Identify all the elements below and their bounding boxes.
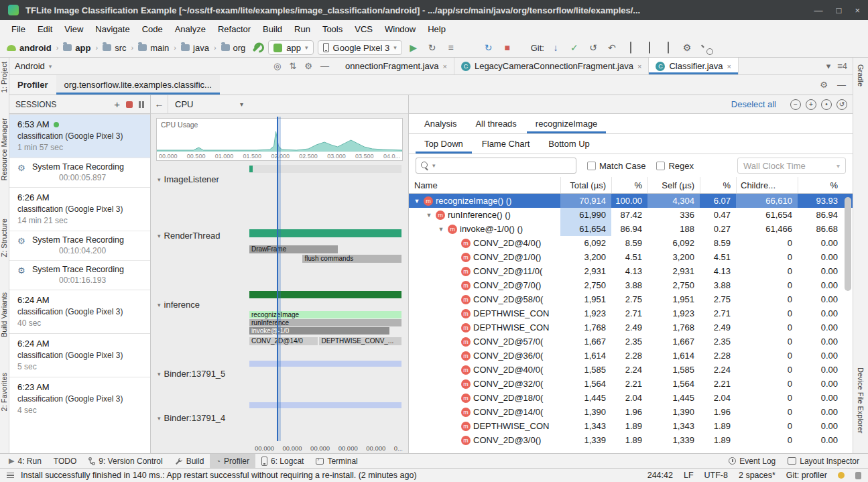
selection-range-indicator[interactable]	[277, 117, 281, 441]
tab-all-threads[interactable]: All threads	[467, 114, 525, 133]
trace-event-bar[interactable]: runInference	[249, 319, 401, 326]
zoom-to-selection-icon[interactable]: ↺	[836, 99, 847, 110]
zoom-in-icon[interactable]: +	[806, 99, 816, 110]
tab-recognize-image[interactable]: recognizeImage	[527, 114, 607, 133]
git-rollback-button[interactable]: ↶	[605, 42, 619, 53]
scrollbar-thumb[interactable]	[845, 197, 851, 291]
tab-bottom-up[interactable]: Bottom Up	[540, 134, 598, 154]
session-item[interactable]: 6:53 AM classification (Google Pixel 3) …	[9, 114, 150, 158]
notification-icon[interactable]	[838, 472, 845, 479]
toolbar-item-event-log[interactable]: Event Log	[723, 454, 782, 468]
table-row[interactable]: ▼mrunInference() () 61,990 87.42 336 0.4…	[409, 208, 853, 222]
breadcrumb-src[interactable]: src	[103, 43, 126, 53]
git-commit-button[interactable]: ✓	[567, 42, 582, 53]
menu-edit[interactable]: Edit	[32, 21, 58, 37]
hide-panel-icon[interactable]: —	[320, 61, 329, 71]
profiler-type-select[interactable]: CPU ▾	[168, 99, 250, 109]
search-input[interactable]	[438, 161, 572, 171]
toolbar-item-terminal[interactable]: Terminal	[310, 454, 363, 468]
git-branch-indicator[interactable]: Git: profiler	[786, 471, 827, 480]
trace-event-bar[interactable]: flush commands	[302, 255, 401, 263]
stop-button[interactable]: ■	[500, 42, 515, 53]
table-row[interactable]: mDEPTHWISE_CON 1,923 2.71 1,923 2.71 0 0…	[409, 306, 853, 320]
clock-type-select[interactable]: Wall Clock Time▾	[737, 158, 846, 174]
expand-arrow-icon[interactable]: ▼	[437, 226, 445, 233]
tool-windows-icon[interactable]	[7, 473, 14, 479]
sdk-manager-button[interactable]: ⚙	[680, 42, 694, 53]
zoom-out-icon[interactable]: −	[790, 99, 801, 110]
menu-code[interactable]: Code	[136, 21, 169, 37]
menu-tools[interactable]: Tools	[316, 21, 349, 37]
apply-changes-button[interactable]: ↻	[425, 42, 440, 53]
expand-arrow-icon[interactable]: ▼	[425, 212, 433, 219]
collapse-arrow-icon[interactable]: ▾	[158, 176, 161, 183]
run-configuration-select[interactable]: app▾	[268, 40, 313, 55]
menu-run[interactable]: Run	[288, 21, 316, 37]
toolbar-item-run[interactable]: ▶4: Run	[3, 454, 48, 468]
hidden-tabs-count[interactable]: ≡4	[837, 61, 847, 71]
git-update-button[interactable]: ↓	[548, 42, 563, 53]
table-row[interactable]: mDEPTHWISE_CON 1,768 2.49 1,768 2.49 0 0…	[409, 320, 853, 335]
trace-item[interactable]: ⚙ System Trace Recording 00:10:04.200	[9, 231, 150, 260]
match-case-checkbox[interactable]: Match Case	[587, 161, 645, 171]
trace-item[interactable]: ⚙ System Trace Recording 00:00:05.897	[9, 158, 150, 187]
trace-event-bar[interactable]: invoke@-1/0	[249, 327, 389, 335]
column-self[interactable]: Self (µs)	[647, 177, 700, 193]
sidebar-item-favorites[interactable]: 2: Favorites	[0, 373, 9, 411]
session-item[interactable]: 6:24 AM classification (Google Pixel 3) …	[9, 290, 150, 333]
expand-arrow-icon[interactable]: ▼	[413, 198, 421, 204]
trace-event-bar[interactable]: CONV_2D@14/0	[249, 337, 318, 345]
caret-position[interactable]: 244:42	[647, 471, 673, 480]
tab-legacy-camera-connection-fragment[interactable]: C LegacyCameraConnectionFragment.java ×	[454, 58, 649, 74]
menu-window[interactable]: Window	[379, 21, 422, 37]
table-row[interactable]: mCONV_2D@58/0( 1,951 2.75 1,951 2.75 0 0…	[409, 292, 853, 306]
close-icon[interactable]: ×	[442, 62, 446, 70]
column-children-pct[interactable]: %	[798, 177, 843, 193]
reset-zoom-icon[interactable]: •	[821, 99, 832, 110]
sidebar-item-device-file-explorer[interactable]: Device File Explorer	[857, 367, 865, 433]
maximize-button[interactable]: □	[836, 5, 842, 15]
tab-camera-connection-fragment[interactable]: onnectionFragment.java ×	[338, 58, 454, 74]
breadcrumb-main[interactable]: main	[138, 43, 169, 53]
search-box[interactable]: ▾	[416, 158, 576, 174]
sidebar-item-build-variants[interactable]: Build Variants	[0, 292, 9, 337]
close-button[interactable]: ×	[855, 5, 860, 15]
column-self-pct[interactable]: %	[700, 177, 736, 193]
tab-top-down[interactable]: Top Down	[416, 134, 472, 154]
table-row[interactable]: mCONV_2D@40/0( 1,585 2.24 1,585 2.24 0 0…	[409, 363, 853, 377]
sidebar-item-gradle[interactable]: Gradle	[857, 64, 865, 86]
table-row[interactable]: mDEPTHWISE_CON 1,343 1.89 1,343 1.89 0 0…	[409, 419, 853, 433]
menu-build[interactable]: Build	[257, 21, 288, 37]
menu-file[interactable]: File	[5, 21, 32, 37]
table-row[interactable]: mCONV_2D@14/0( 1,390 1.96 1,390 1.96 0 0…	[409, 405, 853, 419]
breadcrumb-org[interactable]: org	[221, 43, 246, 53]
breadcrumb-android[interactable]: android	[7, 43, 52, 53]
minimize-button[interactable]: —	[814, 5, 823, 15]
device-manager-button[interactable]	[642, 42, 657, 53]
settings-gear-icon[interactable]: ⚙	[304, 61, 312, 71]
column-children[interactable]: Childre...	[736, 177, 798, 193]
project-view-selector[interactable]: Android	[15, 61, 45, 71]
table-row[interactable]: ▼minvoke@-1/0() () 61,654 86.94 188 0.27…	[409, 222, 853, 236]
table-row[interactable]: mCONV_2D@36/0( 1,614 2.28 1,614 2.28 0 0…	[409, 349, 853, 363]
trace-item[interactable]: ⚙ System Trace Recording 00:01:16.193	[9, 260, 150, 290]
attach-debugger-button[interactable]: ≡	[444, 42, 458, 53]
locate-file-icon[interactable]: ◎	[273, 61, 281, 71]
stop-session-icon[interactable]	[126, 101, 133, 108]
line-ending-indicator[interactable]: LF	[684, 471, 694, 480]
breadcrumb-app[interactable]: app	[63, 43, 90, 53]
close-icon[interactable]: ×	[637, 62, 641, 70]
layout-inspector-button[interactable]	[623, 42, 638, 53]
collapse-arrow-icon[interactable]: ▾	[158, 415, 161, 422]
toolbar-item-todo[interactable]: TODO	[48, 454, 82, 468]
toolbar-item-layout-inspector[interactable]: Layout Inspector	[782, 454, 865, 468]
table-row[interactable]: mCONV_2D@7/0() 2,750 3.88 2,750 3.88 0 0…	[409, 278, 853, 292]
toolbar-item-logcat[interactable]: 6: Logcat	[255, 454, 310, 468]
toolbar-item-version-control[interactable]: 9: Version Control	[82, 454, 168, 468]
profiler-session-tab[interactable]: org.tensorflow.lite.examples.classific..…	[56, 75, 220, 95]
vertical-scrollbar[interactable]	[845, 197, 851, 446]
column-total[interactable]: Total (µs)	[560, 177, 611, 193]
column-name[interactable]: Name	[409, 177, 560, 193]
menu-help[interactable]: Help	[422, 21, 452, 37]
minimize-panel-icon[interactable]: —	[837, 80, 846, 90]
